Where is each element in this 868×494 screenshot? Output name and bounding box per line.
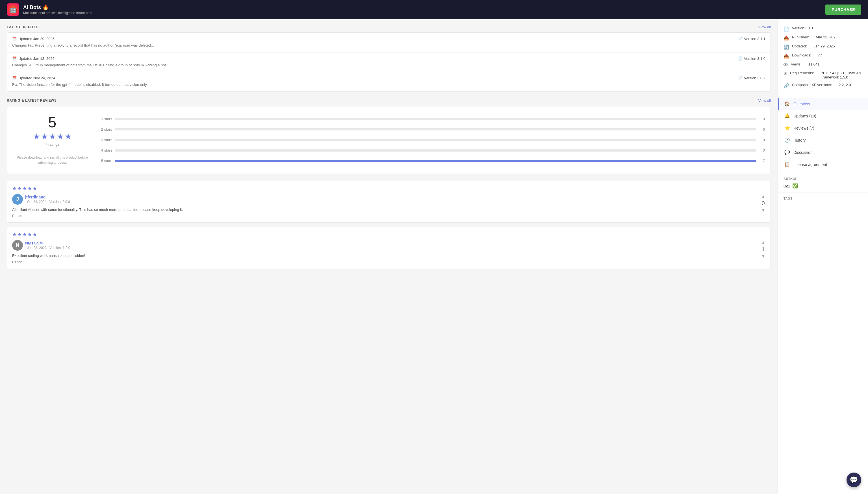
update-date: 📅 Updated Nov 24, 2024	[12, 76, 55, 80]
updated-value: Jan 29, 2025	[813, 44, 835, 48]
rating-stars: ★ ★ ★ ★ ★	[33, 132, 72, 141]
rating-inner: 5 ★ ★ ★ ★ ★ 7 ratings Please download an…	[13, 112, 765, 168]
overview-nav-icon: 🏠	[784, 101, 790, 107]
reviews-nav-icon: ⭐	[784, 125, 790, 131]
author-verified-icon: ✅	[792, 183, 798, 189]
rating-section-header: RATING & LATEST REVIEWS View all	[7, 98, 771, 103]
bar-row: 4 stars 0	[97, 148, 765, 152]
sidebar-item-discussion[interactable]: 💬 Discussion	[778, 146, 868, 158]
review-body: A brilliant AI user with some functional…	[12, 207, 761, 218]
update-item: 📅 Updated Jan 13, 2025 📄 Version 3.1.0 C…	[7, 53, 771, 72]
purchase-button[interactable]: PURCHASE	[825, 4, 861, 15]
reviewer-avatar: J	[12, 194, 23, 205]
meta-requirements: ✳ Requirements: PHP 7.4+ [021] ChatGPT F…	[783, 69, 862, 81]
review-stars: ★★★★★	[12, 231, 765, 238]
reviewer-meta: · Oct 24, 2024 · Version: 2.0.0	[25, 200, 70, 204]
reviews-list: ★★★★★ J jtferdinand · Oct 24, 2024 · Ver…	[7, 180, 771, 269]
rating-card: 5 ★ ★ ★ ★ ★ 7 ratings Please download an…	[7, 106, 771, 174]
star-5: ★	[65, 132, 72, 141]
bar-track	[115, 160, 756, 162]
vote-down-arrow[interactable]: ▼	[761, 208, 765, 213]
update-desc: Changes Fix: Preventing a reply to a rec…	[12, 43, 765, 48]
bar-label: 4 stars	[97, 148, 112, 152]
bar-label: 3 stars	[97, 138, 112, 142]
reviewer-name[interactable]: NMTGSM	[25, 241, 43, 245]
star-2: ★	[41, 132, 48, 141]
bar-label: 2 stars	[97, 127, 112, 132]
version-label: Version 3.1.1	[792, 26, 813, 30]
license-nav-icon: 📋	[784, 162, 790, 167]
app-title: AI Bots 🔥	[23, 4, 93, 11]
vote-up-arrow[interactable]: ▲	[761, 240, 765, 245]
review-vote: ▲ 0 ▼	[761, 194, 765, 213]
sidebar-author: AUTHOR 021 ✅	[778, 173, 868, 193]
review-item: ★★★★★ J jtferdinand · Oct 24, 2024 · Ver…	[7, 180, 771, 223]
discussion-nav-icon: 💬	[784, 150, 790, 155]
update-item: 📅 Updated Jan 29, 2025 📄 Version 3.1.1 C…	[7, 33, 771, 53]
reviewer-avatar: N	[12, 240, 23, 251]
updates-card: 📅 Updated Jan 29, 2025 📄 Version 3.1.1 C…	[7, 33, 771, 92]
review-row: N NMTGSM · Jun 23, 2023 · Version: 1.2.0…	[12, 240, 765, 264]
vote-count: 1	[762, 246, 765, 253]
app-subtitle: Multifunctional artificial intelligence …	[23, 11, 93, 15]
review-star: ★	[22, 186, 27, 192]
review-text: Excellent coding workmanship, super addo…	[12, 253, 761, 259]
author-name[interactable]: 021	[783, 184, 790, 188]
reviewer-info-block: jtferdinand · Oct 24, 2024 · Version: 2.…	[25, 195, 70, 204]
vote-down-arrow[interactable]: ▼	[761, 254, 765, 259]
rating-title: RATING & LATEST REVIEWS	[7, 98, 56, 102]
discussion-nav-label: Discussion	[793, 150, 813, 155]
meta-published: 📤 Published: Mar 23, 2023	[783, 33, 862, 42]
rating-section: RATING & LATEST REVIEWS View all 5 ★ ★ ★…	[7, 98, 771, 174]
report-link[interactable]: Report	[12, 214, 761, 218]
vote-up-arrow[interactable]: ▲	[761, 194, 765, 199]
compatible-icon: 🔗	[783, 83, 789, 88]
review-star: ★	[17, 231, 22, 238]
review-star: ★	[17, 186, 22, 192]
rating-count: 7 ratings	[45, 142, 59, 147]
report-link[interactable]: Report	[12, 260, 761, 264]
sidebar-nav: 🏠 Overview 🔔 Updates (10) ⭐ Reviews (7) …	[778, 95, 868, 173]
bar-label: 5 stars	[97, 159, 112, 163]
review-body: Excellent coding workmanship, super addo…	[12, 253, 761, 264]
views-label: Views:	[791, 62, 801, 66]
bar-row: 5 stars 7	[97, 159, 765, 163]
published-icon: 📤	[783, 35, 789, 41]
updates-view-all[interactable]: View all	[758, 25, 771, 29]
bar-track	[115, 149, 756, 152]
chat-fab[interactable]: 💬	[847, 473, 861, 487]
sidebar-item-overview[interactable]: 🏠 Overview	[778, 98, 868, 110]
sidebar-tags: TAGS	[778, 193, 868, 204]
rating-left: 5 ★ ★ ★ ★ ★ 7 ratings Please download an…	[13, 112, 92, 168]
vote-count: 0	[762, 200, 765, 207]
bar-track	[115, 128, 756, 130]
updates-list: 📅 Updated Jan 29, 2025 📄 Version 3.1.1 C…	[7, 33, 771, 92]
reviewer-name[interactable]: jtferdinand	[25, 195, 46, 199]
bar-track	[115, 139, 756, 141]
review-star: ★	[22, 231, 27, 238]
review-row: J jtferdinand · Oct 24, 2024 · Version: …	[12, 194, 765, 218]
review-star: ★	[28, 186, 32, 192]
review-star: ★	[33, 186, 37, 192]
sidebar-item-history[interactable]: 🕐 History	[778, 134, 868, 146]
bar-count: 7	[759, 159, 765, 163]
license-nav-label: License agreement	[793, 162, 827, 167]
sidebar-item-reviews[interactable]: ⭐ Reviews (7)	[778, 122, 868, 134]
sidebar-item-license[interactable]: 📋 License agreement	[778, 158, 868, 171]
review-left: J jtferdinand · Oct 24, 2024 · Version: …	[12, 194, 761, 218]
rating-view-all[interactable]: View all	[758, 98, 771, 103]
sidebar: 📄 Version 3.1.1 📤 Published: Mar 23, 202…	[778, 19, 868, 494]
requirements-value: PHP 7.4+ [021] ChatGPT Framework 1.5.0+	[820, 71, 862, 79]
reviewer-meta: · Jun 23, 2023 · Version: 1.2.0	[25, 246, 70, 250]
rating-download-note: Please download and install this product…	[13, 155, 92, 165]
downloads-icon: 📥	[783, 53, 789, 59]
updated-label: Updated:	[792, 44, 807, 48]
updates-nav-icon: 🔔	[784, 113, 790, 118]
update-version: 📄 Version 3.1.0	[738, 56, 765, 61]
meta-version: 📄 Version 3.1.1	[783, 24, 862, 33]
compatible-label: Compatible XF versions:	[792, 83, 832, 87]
bar-row: 1 stars 0	[97, 117, 765, 121]
update-date: 📅 Updated Jan 29, 2025	[12, 37, 55, 41]
sidebar-meta: 📄 Version 3.1.1 📤 Published: Mar 23, 202…	[778, 19, 868, 95]
sidebar-item-updates[interactable]: 🔔 Updates (10)	[778, 110, 868, 122]
